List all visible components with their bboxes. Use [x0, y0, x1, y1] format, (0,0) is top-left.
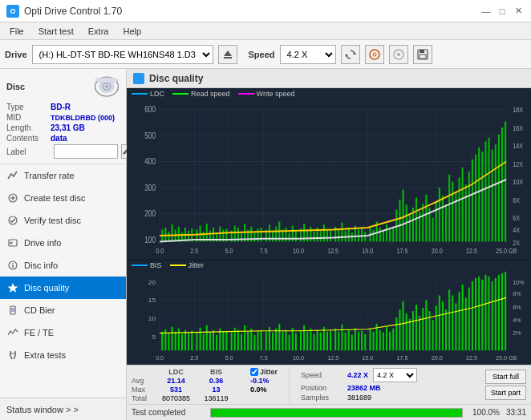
chart-header-icon: [133, 73, 144, 84]
status-window-label: Status window > >: [6, 405, 79, 414]
bis-legend-label: BIS: [150, 261, 162, 269]
svg-text:25.0 GB: 25.0 GB: [496, 248, 517, 256]
titlebar-controls: — □ ✕: [480, 5, 525, 18]
svg-text:10.0: 10.0: [293, 355, 304, 361]
bis-header: BIS: [198, 368, 234, 376]
burn-button[interactable]: [389, 45, 408, 64]
svg-rect-257: [300, 331, 302, 351]
progress-bar-container: [210, 408, 463, 418]
disc-button[interactable]: [365, 45, 384, 64]
svg-rect-28: [11, 308, 14, 312]
svg-rect-223: [181, 334, 183, 351]
svg-rect-251: [278, 324, 280, 350]
speed-select-stats[interactable]: 4.2 X: [373, 368, 417, 382]
speed-select-toolbar[interactable]: 4.2 X: [280, 45, 336, 64]
maximize-button[interactable]: □: [496, 5, 509, 18]
svg-text:18X: 18X: [513, 107, 523, 115]
nav-create-test-disc[interactable]: Create test disc: [0, 187, 126, 209]
nav-drive-info[interactable]: Drive info: [0, 232, 126, 254]
start-part-button[interactable]: Start part: [485, 386, 526, 400]
svg-text:2%: 2%: [513, 330, 521, 336]
refresh-button[interactable]: [341, 45, 360, 64]
svg-text:17.5: 17.5: [397, 355, 408, 361]
start-full-button[interactable]: Start full: [485, 370, 526, 384]
svg-point-14: [105, 86, 107, 88]
svg-rect-132: [348, 228, 350, 242]
minimize-button[interactable]: —: [480, 5, 492, 18]
svg-rect-155: [425, 195, 427, 242]
svg-text:20.0: 20.0: [432, 355, 443, 361]
disc-type-value: BD-R: [51, 103, 71, 111]
menu-start-test[interactable]: Start test: [32, 25, 80, 38]
left-panel: Disc Type BD-R MID TDKBLDRBD (000): [0, 69, 127, 420]
drive-label: Drive: [5, 50, 27, 59]
eject-button[interactable]: [218, 45, 237, 64]
nav-cd-bier[interactable]: CD Bier: [0, 299, 126, 321]
svg-rect-167: [465, 184, 467, 241]
menu-extra[interactable]: Extra: [82, 25, 116, 38]
nav-cd-bier-label: CD Bier: [24, 305, 55, 315]
speed-value: 4.22 X: [347, 371, 368, 379]
disc-contents-value[interactable]: data: [51, 134, 67, 143]
svg-rect-34: [127, 99, 531, 260]
fe-te-icon: [6, 326, 19, 339]
ldc-legend: LDC: [132, 90, 164, 98]
svg-text:4%: 4%: [513, 317, 521, 323]
disc-label-input[interactable]: [54, 144, 118, 159]
svg-rect-290: [412, 311, 414, 350]
svg-rect-81: [172, 224, 173, 241]
svg-text:600: 600: [144, 106, 156, 115]
nav-disc-info[interactable]: Disc info: [0, 254, 126, 277]
svg-rect-278: [373, 332, 375, 351]
svg-text:7.5: 7.5: [260, 355, 268, 361]
svg-rect-80: [168, 232, 169, 242]
svg-rect-289: [409, 319, 411, 350]
disc-mid-value: TDKBLDRBD (000): [51, 114, 115, 122]
svg-text:5.0: 5.0: [225, 355, 233, 361]
svg-rect-127: [330, 228, 331, 241]
svg-rect-117: [295, 231, 297, 242]
toolbar: Drive (H:) HL-DT-ST BD-RE WH16NS48 1.D3 …: [0, 40, 531, 69]
position-key: Position: [301, 384, 343, 392]
svg-point-7: [397, 53, 400, 56]
menu-help[interactable]: Help: [116, 25, 148, 38]
nav-extra-tests[interactable]: Extra tests: [0, 344, 126, 366]
svg-rect-175: [492, 150, 493, 242]
svg-rect-268: [338, 332, 339, 351]
avg-ldc-value: 21.14: [154, 377, 198, 385]
svg-rect-313: [488, 277, 490, 350]
nav-verify-test-disc[interactable]: Verify test disc: [0, 209, 126, 232]
nav-transfer-rate[interactable]: Transfer rate: [0, 164, 126, 187]
svg-text:0.0: 0.0: [156, 355, 164, 361]
disc-label-row: Label: [6, 144, 120, 159]
svg-text:4X: 4X: [513, 227, 520, 235]
svg-text:22.5: 22.5: [466, 248, 477, 256]
nav-disc-quality[interactable]: Disc quality: [0, 277, 126, 299]
status-window-button[interactable]: Status window > >: [0, 398, 126, 420]
svg-rect-114: [285, 228, 286, 242]
write-speed-legend: Write speed: [238, 90, 295, 98]
svg-rect-179: [505, 122, 506, 242]
svg-point-4: [370, 50, 379, 59]
svg-rect-241: [244, 325, 245, 350]
total-ldc-value: 8070385: [154, 394, 198, 402]
nav-transfer-rate-label: Transfer rate: [24, 171, 75, 180]
svg-rect-291: [415, 305, 417, 350]
start-buttons: Start full Start part: [485, 370, 526, 400]
save-button[interactable]: [413, 45, 432, 64]
svg-rect-315: [495, 278, 497, 350]
menu-file[interactable]: File: [3, 25, 30, 38]
svg-text:10.0: 10.0: [293, 248, 304, 256]
svg-rect-286: [399, 309, 400, 350]
svg-rect-232: [213, 330, 214, 351]
svg-rect-299: [442, 301, 444, 350]
jitter-checkbox[interactable]: [250, 368, 258, 376]
svg-rect-311: [481, 280, 483, 351]
cd-bier-icon: [6, 304, 19, 317]
close-button[interactable]: ✕: [512, 5, 525, 18]
disc-mid-label: MID: [6, 113, 51, 122]
drive-select[interactable]: (H:) HL-DT-ST BD-RE WH16NS48 1.D3: [32, 45, 213, 64]
svg-rect-168: [468, 172, 470, 242]
svg-text:10: 10: [148, 315, 156, 322]
nav-fe-te[interactable]: FE / TE: [0, 321, 126, 344]
